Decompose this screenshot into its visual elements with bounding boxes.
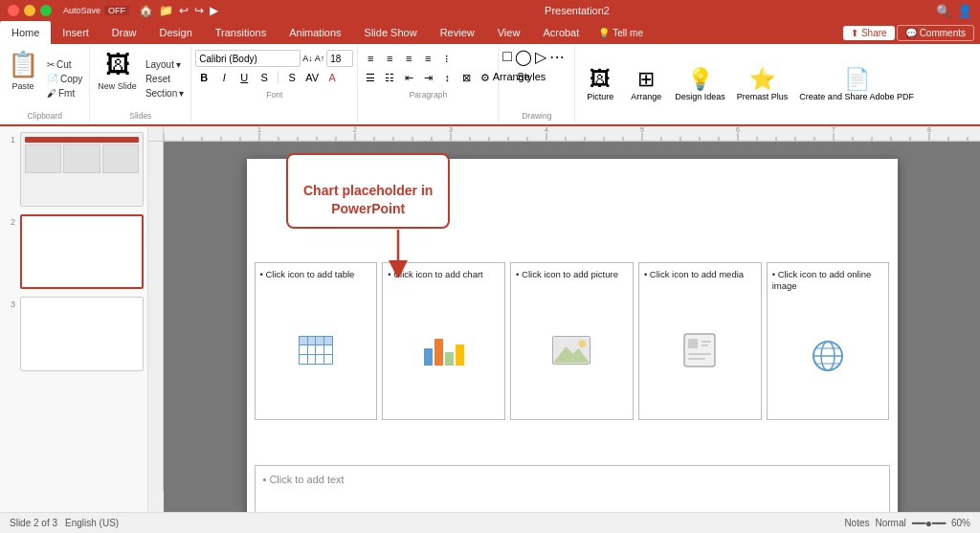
tab-home[interactable]: Home	[0, 21, 51, 44]
tab-view[interactable]: View	[486, 21, 532, 44]
font-size-input[interactable]	[326, 50, 353, 67]
slide-item-1[interactable]: 1	[4, 132, 144, 207]
shapes-more-button[interactable]: ⋯	[549, 48, 565, 66]
maximize-button[interactable]	[40, 5, 52, 16]
comments-button[interactable]: 💬 Comments	[897, 25, 974, 41]
text-direction-button[interactable]: ↕	[438, 69, 456, 86]
media-icon-area	[644, 286, 756, 413]
char-spacing-button[interactable]: AV	[303, 69, 321, 86]
italic-button[interactable]: I	[215, 69, 233, 86]
font-color-button[interactable]: A	[323, 69, 341, 86]
notes-button[interactable]: Notes	[844, 518, 869, 528]
account-icon[interactable]: 👤	[957, 4, 972, 18]
copy-button[interactable]: 📄 Copy	[44, 73, 85, 85]
new-slide-button[interactable]: 🖼 New Slide	[94, 48, 141, 109]
svg-text:7: 7	[832, 126, 835, 133]
picture-icon-area	[516, 286, 628, 413]
tab-transitions[interactable]: Transitions	[204, 21, 278, 44]
folder-icon[interactable]: 📁	[159, 4, 173, 17]
annotation-balloon: Chart placeholder in PowerPoint	[286, 153, 450, 229]
shape3-button[interactable]: ▷	[535, 48, 546, 66]
arrange-btn[interactable]: ⊞ Arrange	[625, 63, 667, 105]
paste-button[interactable]: 📋 Paste	[4, 48, 42, 109]
font-name-input[interactable]	[195, 50, 301, 67]
underline-button[interactable]: U	[235, 69, 253, 86]
bullet-button[interactable]: ☰	[362, 69, 379, 86]
font-increase-icon[interactable]: A↑	[315, 54, 325, 63]
svg-text:3: 3	[449, 126, 453, 133]
layout-button[interactable]: Layout ▾	[143, 58, 187, 71]
slide-item-3[interactable]: 3	[4, 297, 144, 371]
shape1-button[interactable]: □	[502, 48, 512, 66]
align-center-button[interactable]: ≡	[381, 50, 398, 67]
language-status: English (US)	[65, 518, 119, 528]
picture-placeholder[interactable]: • Click icon to add picture	[510, 262, 634, 420]
arrange-icon: ⊞	[637, 67, 655, 92]
font-group: A↓ A↑ B I U S S AV A	[191, 46, 358, 122]
design-ideas-icon: 💡	[687, 67, 713, 92]
shape2-button[interactable]: ◯	[515, 48, 532, 66]
tab-review[interactable]: Review	[429, 21, 486, 44]
strikethrough-button[interactable]: S	[256, 69, 273, 86]
tab-insert[interactable]: Insert	[51, 21, 100, 44]
workspace: 1 2	[0, 126, 980, 512]
undo-icon[interactable]: ↩	[179, 4, 189, 17]
autosave-label: AutoSave	[63, 6, 100, 15]
shadow-button[interactable]: S	[283, 69, 301, 86]
slide-view[interactable]: Chart placeholder in PowerPoint	[164, 142, 980, 512]
quick-styles-button[interactable]: Styles	[523, 68, 540, 85]
zoom-slider[interactable]: ━━●━━	[912, 517, 946, 530]
font-decrease-icon[interactable]: A↓	[302, 54, 313, 63]
view-normal-button[interactable]: Normal	[876, 518, 906, 528]
share-button[interactable]: ⬆ Share	[843, 26, 895, 40]
slide-thumb-2[interactable]	[20, 214, 144, 289]
indent-increase-button[interactable]: ⇥	[419, 69, 436, 86]
tab-slideshow[interactable]: Slide Show	[353, 21, 429, 44]
text-placeholder[interactable]: • Click to add text	[255, 465, 890, 512]
close-button[interactable]	[8, 5, 19, 16]
tab-animations[interactable]: Animations	[278, 21, 352, 44]
vertical-align-button[interactable]: ⊠	[457, 69, 475, 86]
reset-button[interactable]: Reset	[143, 73, 187, 85]
slide-thumb-1[interactable]	[20, 132, 144, 207]
home-icon[interactable]: 🏠	[139, 4, 153, 17]
chart-placeholder[interactable]: • Click icon to add chart	[382, 262, 505, 420]
columns-button[interactable]: ⫶	[438, 50, 456, 67]
slide-item-2[interactable]: 2	[4, 214, 144, 289]
convert-smartart-button[interactable]: ⚙	[477, 69, 494, 86]
minimize-button[interactable]	[24, 5, 35, 16]
status-right: Notes Normal ━━●━━ 60%	[844, 517, 970, 530]
search-icon[interactable]: 🔍	[936, 4, 951, 18]
picture-button[interactable]: 🖼 Picture	[579, 63, 621, 105]
svg-rect-67	[702, 341, 711, 343]
online-icon-area	[772, 299, 884, 413]
bold-button[interactable]: B	[195, 69, 212, 86]
autosave-toggle[interactable]: OFF	[104, 6, 129, 15]
adobe-icon: 📄	[844, 67, 870, 92]
media-icon	[682, 332, 717, 368]
tell-me-input[interactable]: 💡 Tell me	[590, 21, 651, 44]
table-placeholder[interactable]: • Click icon to add table	[255, 262, 378, 420]
slide-thumb-3[interactable]	[20, 297, 144, 371]
cut-button[interactable]: ✂ Cut	[44, 58, 85, 71]
align-left-button[interactable]: ≡	[362, 50, 379, 67]
separator	[278, 71, 278, 84]
media-placeholder[interactable]: • Click icon to add media	[638, 262, 762, 420]
format-painter-button[interactable]: 🖌 Fmt	[44, 87, 85, 100]
numbering-button[interactable]: ☷	[381, 69, 398, 86]
indent-decrease-button[interactable]: ⇤	[400, 69, 417, 86]
tab-acrobat[interactable]: Acrobat	[531, 21, 590, 44]
tab-design[interactable]: Design	[148, 21, 204, 44]
adobe-button[interactable]: 📄 Create and Share Adobe PDF	[795, 63, 918, 106]
online-image-placeholder[interactable]: • Click icon to add online image	[767, 262, 890, 420]
justify-button[interactable]: ≡	[419, 50, 436, 67]
redo-icon[interactable]: ↪	[194, 4, 204, 17]
svg-rect-70	[688, 358, 705, 360]
present-icon[interactable]: ▶	[210, 4, 218, 17]
align-right-button[interactable]: ≡	[400, 50, 417, 67]
section-button[interactable]: Section ▾	[143, 87, 187, 100]
design-ideas-button[interactable]: 💡 Design Ideas	[671, 63, 729, 105]
table-icon-area	[260, 286, 372, 413]
premast-button[interactable]: ⭐ Premast Plus	[733, 63, 792, 105]
tab-draw[interactable]: Draw	[100, 21, 148, 44]
